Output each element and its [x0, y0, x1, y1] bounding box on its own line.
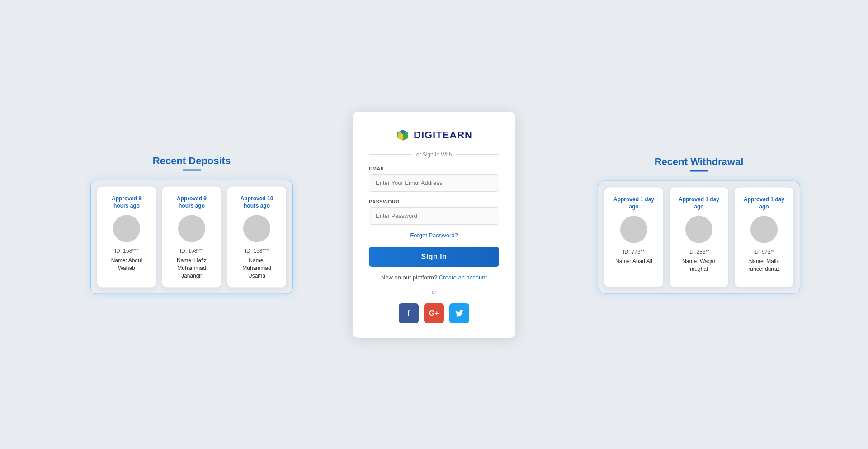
- new-user-text: New on our platform?: [381, 274, 439, 281]
- deposits-cards-row: Approved 8 hours ago ID: 158*** Name: Ab…: [97, 186, 286, 288]
- logo-area: DIGITEARN: [396, 128, 472, 142]
- or-divider: or: [369, 289, 499, 295]
- email-input[interactable]: [369, 174, 499, 192]
- card-status: Approved 10 hours ago: [235, 194, 279, 210]
- card-status: Approved 8 hours ago: [104, 194, 149, 210]
- avatar: [685, 216, 712, 243]
- login-card: DIGITEARN or Sign In With EMAIL PASSWORD…: [353, 112, 515, 338]
- deposits-cards-section: Approved 8 hours ago ID: 158*** Name: Ab…: [90, 180, 293, 294]
- email-label: EMAIL: [369, 166, 499, 171]
- list-item: Approved 1 day ago ID: 283** Name: Waqar…: [670, 187, 728, 287]
- withdrawals-cards-row: Approved 1 day ago ID: 773** Name: Ahad …: [604, 187, 793, 287]
- sign-in-button[interactable]: Sign In: [369, 247, 499, 267]
- or-divider-left: [369, 292, 427, 292]
- or-text: or: [432, 289, 437, 295]
- withdrawals-panel: Recent Withdrawal Approved 1 day ago ID:…: [598, 156, 800, 293]
- password-group: PASSWORD: [369, 199, 499, 225]
- page-wrapper: Recent Deposits Approved 8 hours ago ID:…: [0, 0, 868, 449]
- withdrawals-title-underline: [690, 170, 708, 171]
- email-group: EMAIL: [369, 166, 499, 192]
- signup-row: New on our platform? Create an account: [381, 274, 487, 281]
- social-buttons: f G+: [399, 303, 469, 323]
- card-name: Name: Ahad Ali: [615, 258, 652, 265]
- list-item: Approved 1 day ago ID: 773** Name: Ahad …: [604, 187, 663, 287]
- or-sign-in-text: or Sign In With: [416, 151, 452, 158]
- withdrawals-cards-section: Approved 1 day ago ID: 773** Name: Ahad …: [598, 180, 800, 293]
- twitter-button[interactable]: [449, 303, 469, 323]
- avatar: [178, 215, 205, 242]
- avatar-placeholder: [750, 216, 778, 243]
- twitter-icon: [455, 310, 463, 317]
- avatar: [243, 215, 270, 242]
- facebook-button[interactable]: f: [399, 303, 419, 323]
- or-divider-right: [441, 292, 499, 292]
- card-id: ID: 283**: [688, 249, 710, 255]
- card-name: Name: Abdul Wahab: [104, 257, 149, 272]
- avatar: [620, 216, 647, 243]
- card-status: Approved 1 day ago: [742, 195, 786, 211]
- card-status: Approved 1 day ago: [677, 195, 721, 211]
- card-name: Name: Malik raheel duraiz: [742, 258, 786, 273]
- avatar: [113, 215, 140, 242]
- withdrawals-title: Recent Withdrawal: [655, 156, 744, 167]
- list-item: Approved 1 day ago ID: 972** Name: Malik…: [735, 187, 793, 287]
- deposits-title: Recent Deposits: [153, 155, 231, 166]
- avatar-placeholder: [178, 215, 205, 242]
- list-item: Approved 8 hours ago ID: 158*** Name: Ab…: [97, 186, 156, 288]
- avatar: [750, 216, 778, 243]
- forgot-password-link[interactable]: Forgot Password?: [410, 232, 458, 239]
- card-id: ID: 158***: [115, 248, 139, 254]
- password-label: PASSWORD: [369, 199, 499, 204]
- list-item: Approved 10 hours ago ID: 158*** Name: M…: [227, 186, 286, 288]
- or-sign-in-divider: or Sign In With: [369, 151, 499, 158]
- google-button[interactable]: G+: [424, 303, 444, 323]
- list-item: Approved 9 hours ago ID: 158*** Name: Ha…: [162, 186, 221, 288]
- card-id: ID: 773**: [623, 249, 645, 255]
- deposits-title-underline: [183, 169, 201, 170]
- create-account-link[interactable]: Create an account: [439, 274, 487, 281]
- card-id: ID: 158***: [245, 248, 269, 254]
- password-input[interactable]: [369, 207, 499, 225]
- logo-icon: [396, 128, 410, 142]
- card-name: Name: Waqar mughal: [677, 258, 721, 273]
- avatar-placeholder: [685, 216, 712, 243]
- avatar-placeholder: [113, 215, 140, 242]
- divider-left: [369, 154, 412, 155]
- avatar-placeholder: [243, 215, 270, 242]
- brand-name: DIGITEARN: [414, 129, 472, 141]
- deposits-panel: Recent Deposits Approved 8 hours ago ID:…: [90, 155, 293, 294]
- card-name: Name: Muhammad Usama: [235, 257, 279, 279]
- divider-right: [456, 154, 499, 155]
- card-status: Approved 1 day ago: [612, 195, 656, 211]
- card-id: ID: 972**: [753, 249, 775, 255]
- avatar-placeholder: [620, 216, 647, 243]
- card-name: Name: Hafiz Muhammad Jahangir: [170, 257, 214, 279]
- card-id: ID: 158***: [180, 248, 204, 254]
- card-status: Approved 9 hours ago: [170, 194, 214, 210]
